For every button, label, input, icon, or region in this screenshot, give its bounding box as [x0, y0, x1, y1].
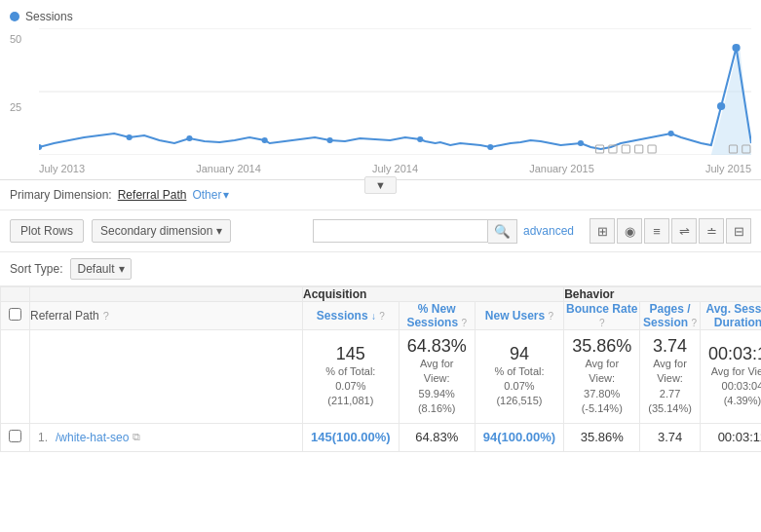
referral-path-col-header: Referral Path ? — [30, 302, 303, 330]
svg-rect-18 — [635, 145, 643, 153]
row1-new-users-value: 94(100.00%) — [483, 430, 555, 444]
row1-checkbox-cell — [1, 423, 30, 451]
svg-rect-19 — [648, 145, 656, 153]
svg-point-7 — [262, 137, 268, 143]
svg-point-11 — [578, 140, 584, 146]
search-button[interactable]: 🔍 — [488, 219, 517, 244]
plot-rows-button[interactable]: Plot Rows — [10, 219, 84, 243]
totals-checkbox-cell — [1, 330, 30, 424]
pct-new-sessions-col-label[interactable]: % New Sessions — [406, 302, 458, 329]
totals-pct-new-cell: 64.83% Avg for View: 59.94% (8.16%) — [399, 330, 475, 424]
view-icon-pivot[interactable]: ⊟ — [726, 218, 751, 244]
chart-area: Sessions 50 25 — [0, 0, 761, 180]
pct-new-help-icon[interactable]: ? — [461, 318, 467, 328]
y-label-50: 50 — [10, 33, 39, 45]
expand-chart-button[interactable]: ▼ — [364, 176, 397, 194]
totals-pages-value: 3.74 — [648, 336, 692, 357]
svg-point-14 — [732, 44, 740, 52]
sessions-col-label[interactable]: Sessions — [317, 309, 368, 323]
search-box: 🔍 advanced — [313, 219, 574, 244]
sessions-sort-icon: ↓ — [371, 311, 376, 322]
chart-legend: Sessions — [10, 10, 751, 23]
sec-dim-caret-icon: ▾ — [216, 224, 222, 238]
svg-point-9 — [417, 136, 423, 142]
chart-expand[interactable]: ▼ — [10, 176, 751, 194]
totals-bounce-cell: 35.86% Avg for View: 37.80% (-5.14%) — [564, 330, 640, 424]
x-label-5: July 2015 — [705, 163, 751, 174]
svg-point-5 — [127, 134, 133, 140]
row1-pages-value: 3.74 — [658, 430, 682, 444]
svg-rect-17 — [622, 145, 629, 153]
row1-number: 1. — [38, 431, 48, 444]
row1-open-icon[interactable]: ⧉ — [133, 431, 140, 443]
new-users-help-icon[interactable]: ? — [549, 311, 554, 322]
row1-bounce-cell: 35.86% — [564, 423, 640, 451]
secondary-dimension-select[interactable]: Secondary dimension ▾ — [92, 219, 231, 243]
referral-path-help-icon[interactable]: ? — [103, 310, 109, 322]
svg-point-8 — [326, 137, 332, 143]
bounce-rate-col-label[interactable]: Bounce Rate — [566, 302, 637, 316]
svg-point-6 — [186, 135, 192, 141]
chart-container: 50 25 — [10, 28, 751, 174]
x-label-2: January 2014 — [196, 163, 261, 174]
sessions-col-header: Sessions ↓ ? — [303, 302, 400, 330]
row1-dim-link[interactable]: /white-hat-seo — [56, 431, 129, 444]
new-users-col-label[interactable]: New Users — [485, 309, 545, 323]
x-label-4: January 2015 — [529, 163, 594, 174]
row1-pages-cell: 3.74 — [640, 423, 701, 451]
totals-sessions-value: 145 — [311, 344, 391, 364]
pct-new-sessions-col-header: % New Sessions ? — [399, 302, 475, 330]
view-icons: ⊞ ◉ ≡ ⇌ ≐ ⊟ — [590, 218, 751, 244]
row1-sessions-value: 145(100.00%) — [311, 430, 391, 444]
totals-new-users-sub: % of Total: 0.07% (126,515) — [483, 364, 555, 409]
bounce-rate-col-header: Bounce Rate ? — [564, 302, 640, 330]
dim-col-header — [30, 287, 303, 302]
x-label-1: July 2013 — [39, 163, 85, 174]
pages-help-icon[interactable]: ? — [691, 318, 697, 328]
totals-pct-new-value: 64.83% — [407, 336, 467, 357]
svg-point-4 — [39, 144, 42, 150]
view-icon-list[interactable]: ≡ — [644, 218, 669, 244]
row1-checkbox[interactable] — [9, 430, 21, 442]
data-table: Acquisition Behavior Referral Path ? Ses… — [0, 286, 761, 452]
row1-new-users-cell: 94(100.00%) — [475, 423, 563, 451]
y-label-25: 25 — [10, 101, 39, 113]
view-icon-compare[interactable]: ⇌ — [671, 218, 697, 244]
row1-avg-dur-value: 00:03:12 — [718, 430, 761, 444]
table-row: 1. /white-hat-seo ⧉ 145(100.00%) 64.83% … — [1, 423, 762, 451]
totals-pages-cell: 3.74 Avg for View: 2.77 (35.14%) — [640, 330, 701, 424]
view-icon-term[interactable]: ≐ — [699, 218, 724, 244]
x-axis: July 2013 January 2014 July 2014 January… — [39, 163, 751, 174]
totals-avg-dur-sub: Avg for View: 00:03:04 (4.39%) — [708, 364, 761, 409]
sort-caret-icon: ▾ — [119, 262, 125, 276]
col-header-row: Referral Path ? Sessions ↓ ? % New Sessi… — [1, 302, 762, 330]
sort-value: Default — [77, 262, 114, 276]
sec-dim-label: Secondary dimension — [100, 224, 212, 238]
svg-point-13 — [717, 102, 725, 110]
advanced-link[interactable]: advanced — [523, 224, 574, 238]
legend-label: Sessions — [25, 10, 73, 23]
totals-new-users-value: 94 — [483, 344, 555, 364]
row1-sessions-cell: 145(100.00%) — [303, 423, 400, 451]
checkbox-header — [1, 287, 30, 302]
pages-session-col-label[interactable]: Pages / Session — [643, 302, 690, 329]
svg-point-12 — [668, 131, 674, 136]
sort-row: Sort Type: Default ▾ — [0, 252, 761, 286]
sort-type-select[interactable]: Default ▾ — [70, 258, 131, 280]
view-icon-grid[interactable]: ⊞ — [590, 218, 615, 244]
totals-avg-dur-value: 00:03:12 — [708, 344, 761, 364]
row1-bounce-value: 35.86% — [581, 430, 624, 444]
avg-session-col-label[interactable]: Avg. Session Duration — [705, 302, 761, 329]
row1-dim-cell: 1. /white-hat-seo ⧉ — [30, 423, 303, 451]
y-axis: 50 25 — [10, 28, 39, 174]
bounce-help-icon[interactable]: ? — [599, 318, 605, 328]
avg-session-col-header: Avg. Session Duration ? — [700, 302, 761, 330]
new-users-col-header: New Users ? — [475, 302, 563, 330]
view-icon-pie[interactable]: ◉ — [617, 218, 642, 244]
behavior-group-header: Behavior — [564, 287, 761, 302]
chart-svg — [39, 28, 751, 155]
search-input[interactable] — [313, 219, 488, 243]
totals-new-users-cell: 94 % of Total: 0.07% (126,515) — [475, 330, 563, 424]
select-all-checkbox[interactable] — [9, 308, 21, 321]
sessions-help-icon[interactable]: ? — [379, 311, 385, 322]
